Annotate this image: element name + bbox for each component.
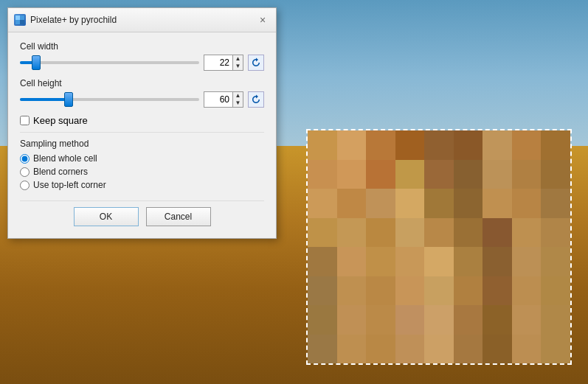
pixel-cell bbox=[366, 247, 395, 276]
keep-square-label[interactable]: Keep square bbox=[33, 115, 88, 126]
pixel-cell bbox=[395, 189, 425, 218]
pixel-cell bbox=[541, 335, 570, 364]
pixel-cell bbox=[395, 335, 425, 364]
pixel-cell bbox=[454, 160, 483, 189]
pixel-cell bbox=[308, 130, 337, 160]
pixel-cell bbox=[541, 305, 570, 335]
cancel-button[interactable]: Cancel bbox=[146, 207, 211, 226]
pixel-grid bbox=[308, 130, 570, 363]
cell-width-input[interactable]: 22 bbox=[204, 55, 232, 70]
pixel-cell bbox=[454, 335, 483, 364]
pixel-cell bbox=[512, 189, 542, 218]
close-button[interactable]: × bbox=[255, 13, 270, 27]
svg-rect-1 bbox=[20, 15, 24, 20]
pixel-cell bbox=[512, 218, 542, 248]
pixel-cell bbox=[482, 305, 512, 335]
pixel-cell bbox=[366, 130, 395, 160]
pixel-cell bbox=[395, 276, 425, 306]
pixel-cell bbox=[395, 130, 425, 160]
divider bbox=[20, 132, 264, 133]
pixel-cell bbox=[337, 335, 367, 364]
radio-blend-corners-label[interactable]: Blend corners bbox=[33, 167, 88, 177]
pixel-cell bbox=[512, 335, 542, 364]
cell-width-group: Cell width 22 ▲ ▼ bbox=[20, 41, 264, 71]
ok-button[interactable]: OK bbox=[74, 207, 139, 226]
radio-top-left-label[interactable]: Use top-left corner bbox=[33, 180, 106, 190]
pixel-cell bbox=[424, 276, 454, 306]
cell-width-label: Cell width bbox=[20, 41, 264, 52]
svg-rect-0 bbox=[15, 15, 20, 20]
pixel-cell bbox=[308, 335, 337, 364]
pixel-cell bbox=[424, 247, 454, 276]
pixel-cell bbox=[337, 130, 367, 160]
radio-blend-corners[interactable] bbox=[20, 167, 30, 177]
radio-blend-whole[interactable] bbox=[20, 154, 30, 164]
pixel-cell bbox=[454, 130, 483, 160]
dialog-title: Pixelate+ by pyrochild bbox=[30, 15, 251, 25]
pixel-cell bbox=[541, 218, 570, 248]
cell-width-thumb[interactable] bbox=[32, 55, 41, 70]
pixel-cell bbox=[308, 247, 337, 276]
pixel-cell bbox=[541, 189, 570, 218]
title-bar: Pixelate+ by pyrochild × bbox=[8, 8, 276, 32]
reset-height-icon bbox=[251, 94, 261, 105]
radio-row-blend-whole: Blend whole cell bbox=[20, 153, 264, 164]
pixel-cell bbox=[308, 305, 337, 335]
pixel-cell bbox=[454, 305, 483, 335]
pixel-cell bbox=[424, 189, 454, 218]
cell-width-reset[interactable] bbox=[248, 55, 264, 71]
cell-height-spin-up[interactable]: ▲ bbox=[233, 92, 243, 100]
pixel-cell bbox=[541, 247, 570, 276]
cell-height-spinners: ▲ ▼ bbox=[232, 92, 243, 107]
pixel-cell bbox=[424, 160, 454, 189]
pixel-cell bbox=[337, 276, 367, 306]
radio-top-left[interactable] bbox=[20, 181, 30, 190]
pixel-cell bbox=[366, 189, 395, 218]
cell-width-spin-down[interactable]: ▼ bbox=[233, 63, 243, 70]
cell-height-reset[interactable] bbox=[248, 91, 264, 108]
pixel-cell bbox=[512, 305, 542, 335]
pixel-cell bbox=[454, 189, 483, 218]
cell-width-spin-up[interactable]: ▲ bbox=[233, 55, 243, 63]
radio-row-top-left: Use top-left corner bbox=[20, 180, 264, 190]
cell-width-row: 22 ▲ ▼ bbox=[20, 55, 264, 71]
pixel-cell bbox=[366, 276, 395, 306]
pixel-cell bbox=[482, 130, 512, 160]
cell-height-input[interactable]: 60 bbox=[204, 92, 232, 107]
pixel-cell bbox=[337, 160, 367, 189]
pixel-cell bbox=[424, 335, 454, 364]
cell-height-slider-container bbox=[20, 92, 199, 107]
cell-height-row: 60 ▲ ▼ bbox=[20, 91, 264, 108]
pixel-cell bbox=[308, 160, 337, 189]
pixel-cell bbox=[337, 218, 367, 248]
cell-height-input-wrap: 60 ▲ ▼ bbox=[204, 91, 243, 108]
pixel-cell bbox=[482, 247, 512, 276]
pixel-cell bbox=[482, 189, 512, 218]
cell-height-track bbox=[20, 98, 199, 101]
cell-width-spinners: ▲ ▼ bbox=[232, 55, 243, 70]
radio-blend-whole-label[interactable]: Blend whole cell bbox=[33, 153, 97, 164]
pixel-cell bbox=[424, 130, 454, 160]
pixel-cell bbox=[482, 335, 512, 364]
button-row: OK Cancel bbox=[20, 200, 264, 229]
keep-square-checkbox[interactable] bbox=[20, 116, 30, 125]
pixel-cell bbox=[395, 305, 425, 335]
cell-width-input-wrap: 22 ▲ ▼ bbox=[204, 55, 243, 71]
cell-height-thumb[interactable] bbox=[64, 92, 73, 107]
pixel-cell bbox=[337, 189, 367, 218]
pixel-cell bbox=[454, 218, 483, 248]
pixel-cell bbox=[308, 218, 337, 248]
svg-rect-2 bbox=[15, 20, 20, 24]
app-icon bbox=[14, 14, 26, 26]
pixel-cell bbox=[308, 189, 337, 218]
radio-row-blend-corners: Blend corners bbox=[20, 167, 264, 177]
pixel-cell bbox=[482, 218, 512, 248]
pixel-cell bbox=[512, 130, 542, 160]
pixel-cell bbox=[395, 160, 425, 189]
pixel-cell bbox=[308, 276, 337, 306]
pixel-cell bbox=[541, 160, 570, 189]
cell-height-spin-down[interactable]: ▼ bbox=[233, 100, 243, 107]
pixel-cell bbox=[424, 305, 454, 335]
pixel-cell bbox=[482, 160, 512, 189]
reset-icon bbox=[251, 57, 261, 68]
